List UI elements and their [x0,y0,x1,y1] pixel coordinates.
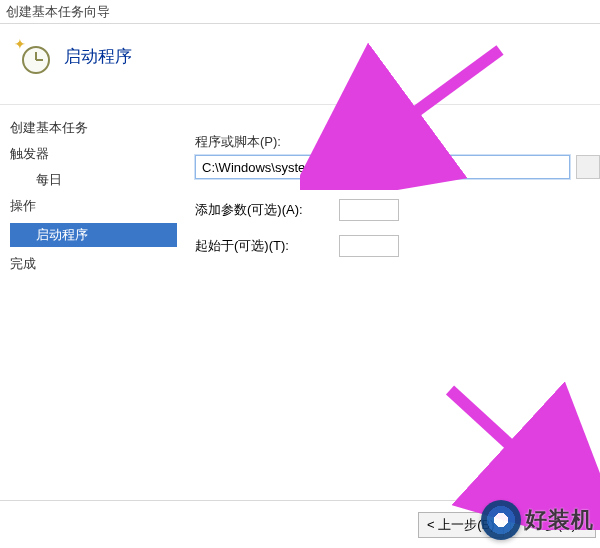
step-action-start-program: 启动程序 [10,223,177,247]
form-pane: 程序或脚本(P): 添加参数(可选)(A): 起始于(可选)(T): [185,105,600,500]
step-action: 操作 [10,197,185,215]
program-icon: ✦ [14,38,50,74]
wizard-steps-sidebar: 创建基本任务 触发器 每日 操作 启动程序 完成 [0,105,185,500]
wizard-header-title: 启动程序 [64,45,132,68]
step-trigger: 触发器 [10,145,185,163]
window-title: 创建基本任务向导 [6,3,110,21]
watermark: 好装机 [481,500,594,540]
startin-label: 起始于(可选)(T): [195,237,325,255]
program-script-label: 程序或脚本(P): [195,133,600,151]
wizard-header: ✦ 启动程序 [0,24,600,105]
step-finish: 完成 [10,255,185,273]
program-script-input[interactable] [195,155,570,179]
arguments-input[interactable] [339,199,399,221]
arguments-label: 添加参数(可选)(A): [195,201,325,219]
startin-input[interactable] [339,235,399,257]
browse-button[interactable] [576,155,600,179]
step-trigger-daily: 每日 [10,171,185,189]
title-bar: 创建基本任务向导 [0,0,600,24]
step-create-basic-task: 创建基本任务 [10,119,185,137]
watermark-text: 好装机 [525,505,594,535]
watermark-logo-icon [481,500,521,540]
